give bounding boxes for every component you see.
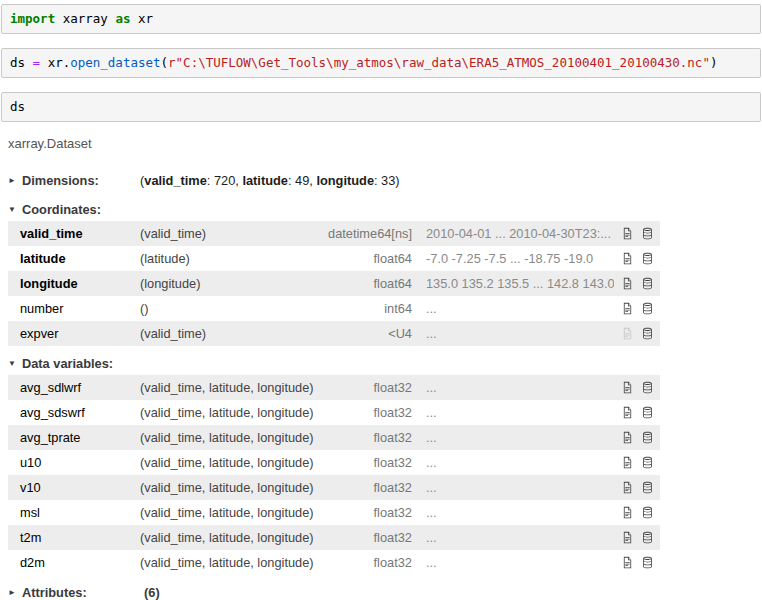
- row-icons: [614, 302, 660, 315]
- dimensions-header[interactable]: ► Dimensions: (valid_time: 720, latitude…: [8, 169, 660, 192]
- database-icon[interactable]: [641, 406, 654, 419]
- code-token: xarray: [55, 11, 115, 26]
- variable-preview: ...: [424, 301, 614, 316]
- file-text-icon[interactable]: [621, 456, 634, 469]
- variable-row: number()int64...: [8, 296, 660, 321]
- code-token: import: [10, 11, 55, 26]
- database-icon[interactable]: [641, 381, 654, 394]
- attributes-count: (6): [144, 585, 160, 600]
- row-icons: [614, 406, 660, 419]
- variable-preview: ...: [424, 380, 614, 395]
- variable-name: expver: [20, 326, 140, 341]
- variable-dtype: float32: [328, 530, 424, 545]
- variable-name: number: [20, 301, 140, 316]
- dimension-token: valid_time: [144, 173, 207, 188]
- code-cell-open-dataset[interactable]: ds = xr.open_dataset(r"C:\TUFLOW\Get_Too…: [1, 48, 761, 78]
- database-icon[interactable]: [641, 431, 654, 444]
- file-text-icon[interactable]: [621, 277, 634, 290]
- variable-row: latitude(latitude)float64-7.0 -7.25 -7.5…: [8, 246, 660, 271]
- dimensions-label: Dimensions:: [22, 173, 140, 188]
- code-token: (: [161, 55, 169, 70]
- row-icons: [614, 556, 660, 569]
- dimension-token: longitude: [316, 173, 374, 188]
- file-text-icon[interactable]: [621, 531, 634, 544]
- file-text-icon[interactable]: [621, 406, 634, 419]
- code-token: open_dataset: [70, 55, 160, 70]
- row-icons: [614, 252, 660, 265]
- database-icon[interactable]: [641, 327, 654, 340]
- variable-name: d2m: [20, 555, 140, 570]
- variable-dims: (valid_time, latitude, longitude): [140, 430, 328, 445]
- file-text-icon[interactable]: [621, 227, 634, 240]
- caret-down-icon[interactable]: ▼: [8, 356, 22, 371]
- variable-preview: 2010-04-01 ... 2010-04-30T23:...: [424, 226, 614, 241]
- coordinates-header[interactable]: ▼ Coordinates:: [8, 198, 660, 221]
- database-icon[interactable]: [641, 531, 654, 544]
- database-icon[interactable]: [641, 252, 654, 265]
- xarray-dataset-repr: xarray.Dataset ► Dimensions: (valid_time…: [8, 136, 660, 600]
- variable-name: avg_tprate: [20, 430, 140, 445]
- variable-dims: (valid_time, latitude, longitude): [140, 405, 328, 420]
- data-variables-header[interactable]: ▼ Data variables:: [8, 352, 660, 375]
- variable-preview: ...: [424, 405, 614, 420]
- caret-down-icon[interactable]: ▼: [8, 202, 22, 217]
- variable-dtype: float32: [328, 455, 424, 470]
- file-text-icon[interactable]: [621, 381, 634, 394]
- file-text-icon[interactable]: [621, 327, 634, 340]
- database-icon[interactable]: [641, 481, 654, 494]
- row-icons: [614, 506, 660, 519]
- database-icon[interactable]: [641, 456, 654, 469]
- variable-preview: ...: [424, 326, 614, 341]
- section-coordinates: ▼ Coordinates: valid_time(valid_time)dat…: [8, 198, 660, 346]
- code-token: ): [710, 55, 718, 70]
- variable-row: avg_sdlwrf(valid_time, latitude, longitu…: [8, 375, 660, 400]
- variable-preview: ...: [424, 555, 614, 570]
- variable-name: latitude: [20, 251, 140, 266]
- variable-row: longitude(longitude)float64135.0 135.2 1…: [8, 271, 660, 296]
- coordinates-list: valid_time(valid_time)datetime64[ns]2010…: [8, 221, 660, 346]
- database-icon[interactable]: [641, 227, 654, 240]
- variable-preview: -7.0 -7.25 -7.5 ... -18.75 -19.0: [424, 251, 614, 266]
- file-text-icon[interactable]: [621, 506, 634, 519]
- database-icon[interactable]: [641, 506, 654, 519]
- variable-dtype: float32: [328, 505, 424, 520]
- file-text-icon[interactable]: [621, 431, 634, 444]
- database-icon[interactable]: [641, 556, 654, 569]
- code-cell-ds[interactable]: ds: [1, 92, 761, 122]
- dimension-token: latitude: [242, 173, 288, 188]
- variable-preview: ...: [424, 530, 614, 545]
- file-text-icon[interactable]: [621, 302, 634, 315]
- dimension-token: : 720,: [207, 173, 243, 188]
- variable-row: u10(valid_time, latitude, longitude)floa…: [8, 450, 660, 475]
- code-token: ds: [10, 55, 33, 70]
- code-token: r"C:\TUFLOW\Get_Tools\my_atmos\raw_data\…: [168, 55, 710, 70]
- caret-right-icon[interactable]: ►: [8, 585, 22, 600]
- attributes-header[interactable]: ► Attributes: (6): [8, 581, 660, 600]
- code-cell-import[interactable]: import xarray as xr: [1, 4, 761, 34]
- variable-dims: (valid_time, latitude, longitude): [140, 380, 328, 395]
- variable-name: avg_sdswrf: [20, 405, 140, 420]
- variable-preview: ...: [424, 455, 614, 470]
- variable-dims: (valid_time): [140, 226, 328, 241]
- notebook-page: import xarray as xr ds = xr.open_dataset…: [0, 0, 762, 600]
- dimension-token: : 33): [374, 173, 400, 188]
- attributes-label: Attributes:: [22, 585, 140, 600]
- file-text-icon[interactable]: [621, 252, 634, 265]
- variable-preview: ...: [424, 480, 614, 495]
- variable-dims: (valid_time, latitude, longitude): [140, 555, 328, 570]
- row-icons: [614, 456, 660, 469]
- row-icons: [614, 227, 660, 240]
- database-icon[interactable]: [641, 277, 654, 290]
- dimensions-summary: (valid_time: 720, latitude: 49, longitud…: [140, 173, 400, 188]
- caret-right-icon[interactable]: ►: [8, 173, 22, 188]
- variable-row: valid_time(valid_time)datetime64[ns]2010…: [8, 221, 660, 246]
- database-icon[interactable]: [641, 302, 654, 315]
- variable-name: valid_time: [20, 226, 140, 241]
- variable-dtype: float32: [328, 380, 424, 395]
- variable-preview: 135.0 135.2 135.5 ... 142.8 143.0: [424, 276, 614, 291]
- file-text-icon[interactable]: [621, 556, 634, 569]
- section-data-variables: ▼ Data variables: avg_sdlwrf(valid_time,…: [8, 352, 660, 575]
- dimension-token: : 49,: [288, 173, 316, 188]
- code-token: ds: [10, 99, 25, 114]
- file-text-icon[interactable]: [621, 481, 634, 494]
